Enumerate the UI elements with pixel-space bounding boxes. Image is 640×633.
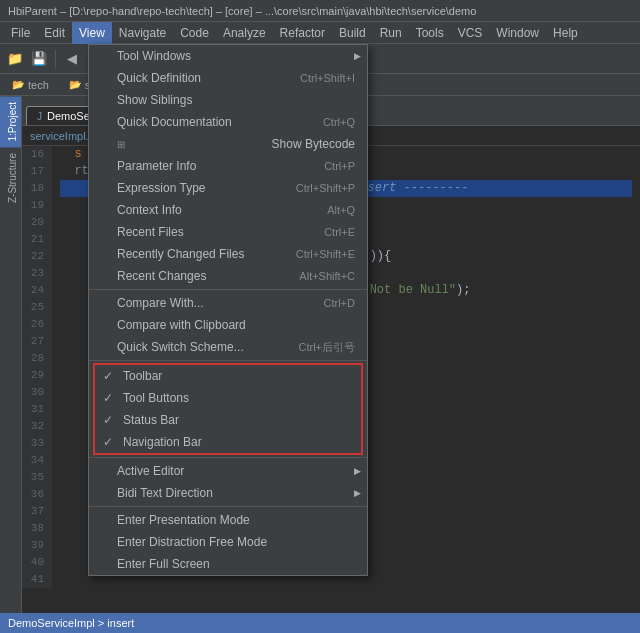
dd-compare-clipboard-label: Compare with Clipboard xyxy=(117,318,246,332)
bytecode-icon: ⊞ xyxy=(117,139,125,150)
dd-sep-2 xyxy=(89,360,367,361)
dd-distraction-free[interactable]: Enter Distraction Free Mode xyxy=(89,531,367,553)
dd-expression-type[interactable]: Expression Type Ctrl+Shift+P xyxy=(89,177,367,199)
dd-bidi-text-label: Bidi Text Direction xyxy=(117,486,213,500)
dd-show-bytecode[interactable]: ⊞ Show Bytecode xyxy=(89,133,367,155)
dd-recent-files-shortcut: Ctrl+E xyxy=(324,226,355,238)
dd-navigation-bar-label: Navigation Bar xyxy=(123,435,202,449)
dd-tool-windows-label: Tool Windows xyxy=(117,49,191,63)
dd-parameter-info-shortcut: Ctrl+P xyxy=(324,160,355,172)
dd-recent-changes[interactable]: Recent Changes Alt+Shift+C xyxy=(89,265,367,287)
dd-context-info[interactable]: Context Info Alt+Q xyxy=(89,199,367,221)
dd-show-siblings[interactable]: Show Siblings xyxy=(89,89,367,111)
dd-tool-buttons-label: Tool Buttons xyxy=(123,391,189,405)
checked-items-group: Toolbar Tool Buttons Status Bar Navigati… xyxy=(93,363,363,455)
dropdown-overlay[interactable]: Tool Windows Quick Definition Ctrl+Shift… xyxy=(0,0,640,633)
dd-parameter-info-label: Parameter Info xyxy=(117,159,196,173)
dd-full-screen-label: Enter Full Screen xyxy=(117,557,210,571)
view-dropdown-menu: Tool Windows Quick Definition Ctrl+Shift… xyxy=(88,44,368,576)
dd-quick-doc-shortcut: Ctrl+Q xyxy=(323,116,355,128)
dd-recently-changed[interactable]: Recently Changed Files Ctrl+Shift+E xyxy=(89,243,367,265)
dd-status-bar-label: Status Bar xyxy=(123,413,179,427)
dd-quick-documentation[interactable]: Quick Documentation Ctrl+Q xyxy=(89,111,367,133)
dd-recently-changed-label: Recently Changed Files xyxy=(117,247,244,261)
dd-active-editor[interactable]: Active Editor xyxy=(89,460,367,482)
dd-presentation-mode[interactable]: Enter Presentation Mode xyxy=(89,509,367,531)
dd-recent-files[interactable]: Recent Files Ctrl+E xyxy=(89,221,367,243)
dd-full-screen[interactable]: Enter Full Screen xyxy=(89,553,367,575)
dd-compare-clipboard[interactable]: Compare with Clipboard xyxy=(89,314,367,336)
dd-navigation-bar[interactable]: Navigation Bar xyxy=(95,431,361,453)
dd-sep-4 xyxy=(89,506,367,507)
app-window: HbiParent – [D:\repo-hand\repo-tech\tech… xyxy=(0,0,640,633)
dd-tool-buttons[interactable]: Tool Buttons xyxy=(95,387,361,409)
dd-compare-with-shortcut: Ctrl+D xyxy=(324,297,355,309)
dd-recent-changes-shortcut: Alt+Shift+C xyxy=(299,270,355,282)
dd-compare-with[interactable]: Compare With... Ctrl+D xyxy=(89,292,367,314)
dd-quick-definition[interactable]: Quick Definition Ctrl+Shift+I xyxy=(89,67,367,89)
dd-recent-changes-label: Recent Changes xyxy=(117,269,206,283)
dd-parameter-info[interactable]: Parameter Info Ctrl+P xyxy=(89,155,367,177)
dd-quick-definition-shortcut: Ctrl+Shift+I xyxy=(300,72,355,84)
dd-recent-files-label: Recent Files xyxy=(117,225,184,239)
dd-sep-3 xyxy=(89,457,367,458)
dd-tool-windows[interactable]: Tool Windows xyxy=(89,45,367,67)
dd-expression-type-label: Expression Type xyxy=(117,181,206,195)
dd-recently-changed-shortcut: Ctrl+Shift+E xyxy=(296,248,355,260)
dd-quick-switch-label: Quick Switch Scheme... xyxy=(117,340,244,354)
dd-distraction-free-label: Enter Distraction Free Mode xyxy=(117,535,267,549)
dd-presentation-mode-label: Enter Presentation Mode xyxy=(117,513,250,527)
dd-context-info-shortcut: Alt+Q xyxy=(327,204,355,216)
dd-context-info-label: Context Info xyxy=(117,203,182,217)
dd-bidi-text[interactable]: Bidi Text Direction xyxy=(89,482,367,504)
dd-toolbar[interactable]: Toolbar xyxy=(95,365,361,387)
dd-quick-definition-label: Quick Definition xyxy=(117,71,201,85)
dd-show-siblings-label: Show Siblings xyxy=(117,93,192,107)
dd-compare-with-label: Compare With... xyxy=(117,296,204,310)
dd-quick-doc-label: Quick Documentation xyxy=(117,115,232,129)
dd-status-bar[interactable]: Status Bar xyxy=(95,409,361,431)
dd-toolbar-label: Toolbar xyxy=(123,369,162,383)
dd-expression-type-shortcut: Ctrl+Shift+P xyxy=(296,182,355,194)
dd-sep-1 xyxy=(89,289,367,290)
dd-quick-switch[interactable]: Quick Switch Scheme... Ctrl+后引号 xyxy=(89,336,367,358)
dd-quick-switch-shortcut: Ctrl+后引号 xyxy=(298,340,355,355)
dd-show-bytecode-label: Show Bytecode xyxy=(272,137,355,151)
dd-active-editor-label: Active Editor xyxy=(117,464,184,478)
